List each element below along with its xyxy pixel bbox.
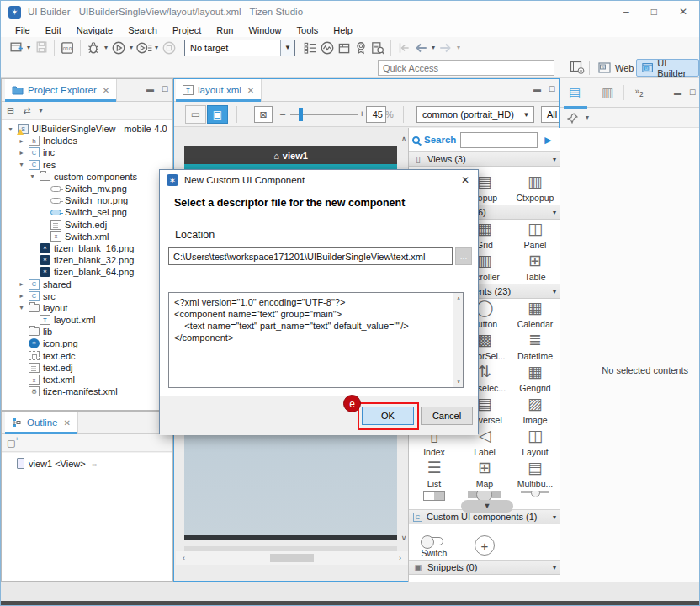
tree-item[interactable]: tizen_blank_16.png: [2, 242, 172, 254]
tree-item[interactable]: text.edc: [2, 350, 172, 362]
maximize-view-icon[interactable]: ☐: [689, 88, 696, 97]
tree-item[interactable]: tizen_blank_64.png: [2, 266, 172, 278]
tree-item[interactable]: text.edj: [2, 362, 172, 374]
profile-dropdown[interactable]: ▾: [152, 44, 161, 51]
file-search-icon[interactable]: [369, 40, 386, 56]
tree-item[interactable]: layout: [2, 302, 172, 314]
menu-item[interactable]: Run: [209, 25, 241, 35]
scroll-left-icon[interactable]: ‹: [176, 554, 185, 562]
tree-item[interactable]: Switch.xml: [2, 231, 172, 242]
tree-item[interactable]: text.xml: [2, 374, 172, 385]
location-input[interactable]: [168, 247, 453, 265]
maximize-view-icon[interactable]: ☐: [162, 85, 168, 93]
zoom-in-icon[interactable]: +: [359, 109, 364, 119]
tree-twistie-icon[interactable]: [18, 137, 25, 145]
palette-item[interactable]: Image: [510, 395, 560, 427]
save-icon[interactable]: [33, 40, 50, 56]
tree-item[interactable]: src: [2, 290, 172, 302]
view-menu-icon[interactable]: ▾: [39, 107, 42, 114]
menu-item[interactable]: Window: [241, 25, 289, 35]
tree-item[interactable]: icon.png: [2, 338, 172, 349]
dialog-close-icon[interactable]: ✕: [461, 174, 471, 186]
ui-builder-perspective-button[interactable]: UI UI Builder: [636, 59, 699, 77]
tree-item[interactable]: custom-components: [2, 171, 172, 183]
open-perspective-icon[interactable]: [570, 61, 585, 76]
package-icon[interactable]: [336, 40, 353, 56]
palette-item[interactable]: [409, 491, 459, 509]
minimize-view-icon[interactable]: ▬: [674, 88, 681, 97]
zoom-slider-handle[interactable]: [299, 108, 303, 121]
tree-twistie-icon[interactable]: [18, 280, 25, 288]
back-dropdown[interactable]: ▾: [429, 44, 438, 51]
pin-icon[interactable]: [567, 112, 579, 124]
palette-item[interactable]: Multibu...: [510, 459, 560, 491]
menu-item[interactable]: Search: [120, 25, 165, 35]
palette-item[interactable]: Map: [459, 459, 510, 491]
palette-item[interactable]: [510, 491, 560, 509]
pin-menu-icon[interactable]: ▾: [586, 114, 589, 121]
section-collapse-icon[interactable]: ▾: [553, 288, 556, 295]
palette-item[interactable]: Table: [510, 252, 560, 284]
palette-section-header[interactable]: Views (3) ▾: [409, 152, 560, 167]
canvas-hscrollbar[interactable]: ‹ ›: [176, 551, 408, 565]
certificate-icon[interactable]: [353, 40, 369, 56]
scroll-right-icon[interactable]: ›: [399, 554, 401, 562]
web-perspective-button[interactable]: W Web: [592, 59, 639, 77]
search-go-icon[interactable]: ▶: [544, 135, 551, 146]
tab-close-icon[interactable]: ✕: [103, 86, 109, 95]
fit-to-screen-icon[interactable]: ⊠: [254, 106, 273, 123]
resolution-select[interactable]: common (portrait_HD) ▼: [416, 106, 534, 123]
menu-item[interactable]: Tools: [289, 25, 326, 35]
scroll-up-icon[interactable]: ∧: [453, 295, 464, 302]
palette-item[interactable]: [459, 524, 510, 560]
run-dropdown[interactable]: ▾: [127, 44, 135, 51]
zoom-value-input[interactable]: 45: [366, 106, 386, 123]
target-select-arrow-icon[interactable]: ▼: [280, 40, 294, 56]
minimize-view-icon[interactable]: ▬: [146, 85, 154, 93]
palette-scroll-down-icon[interactable]: ▼: [461, 500, 513, 513]
tree-item[interactable]: res: [2, 159, 172, 171]
palette-search-input[interactable]: [460, 132, 538, 148]
run-icon[interactable]: [110, 40, 127, 56]
stop-icon[interactable]: [161, 40, 178, 56]
outline-item-view1[interactable]: view1 <View> ⇔: [2, 453, 172, 469]
tree-twistie-icon[interactable]: [7, 125, 14, 133]
tree-item[interactable]: lib: [2, 326, 172, 338]
section-collapse-icon[interactable]: ▾: [553, 156, 556, 163]
tree-item[interactable]: UIBuilderSingleView - mobile-4.0: [2, 123, 172, 135]
dynamic-analyzer-icon[interactable]: [319, 40, 336, 56]
minimize-view-icon[interactable]: ▬: [533, 85, 541, 93]
section-collapse-icon[interactable]: ▾: [553, 564, 556, 571]
tab-outline[interactable]: Outline ✕: [5, 412, 78, 433]
source-view-toggle[interactable]: ▭: [185, 105, 206, 124]
tab-layout-xml[interactable]: layout.xml ✕: [176, 79, 262, 101]
tree-item[interactable]: Switch_nor.png: [2, 194, 172, 206]
collapse-all-icon[interactable]: ⊟: [7, 105, 14, 116]
tree-item[interactable]: layout.xml: [2, 314, 172, 326]
locale-select[interactable]: All loc: [541, 106, 559, 123]
palette-item[interactable]: Panel: [510, 220, 560, 252]
textarea-scrollbar[interactable]: ∧ ∨: [453, 293, 463, 387]
binary-package-icon[interactable]: 010: [59, 40, 76, 56]
section-collapse-icon[interactable]: ▾: [553, 209, 556, 216]
tree-item[interactable]: Switch.edj: [2, 219, 172, 231]
menu-item[interactable]: Help: [326, 25, 360, 35]
tree-item[interactable]: tizen_blank_32.png: [2, 254, 172, 266]
tree-twistie-icon[interactable]: [18, 304, 25, 311]
palette-item[interactable]: Datetime: [510, 331, 560, 363]
menu-item[interactable]: Edit: [38, 25, 69, 35]
menu-item[interactable]: Navigate: [69, 25, 120, 35]
tree-item[interactable]: Switch_sel.png: [2, 206, 172, 218]
back-to-last-icon[interactable]: [395, 40, 412, 56]
hscroll-thumb[interactable]: [270, 554, 314, 562]
zoom-out-icon[interactable]: –: [280, 109, 285, 119]
tab-project-explorer[interactable]: Project Explorer ✕: [5, 79, 117, 101]
section-collapse-icon[interactable]: ▾: [553, 513, 556, 521]
maximize-view-icon[interactable]: ☐: [549, 85, 555, 93]
more-tabs-indicator[interactable]: »2: [634, 87, 643, 98]
forward-dropdown[interactable]: ▾: [454, 44, 463, 51]
tab-close-icon[interactable]: ✕: [247, 86, 254, 95]
scroll-down-icon[interactable]: ∨: [453, 378, 464, 385]
tree-twistie-icon[interactable]: [29, 173, 36, 180]
tree-item[interactable]: Includes: [2, 135, 172, 146]
